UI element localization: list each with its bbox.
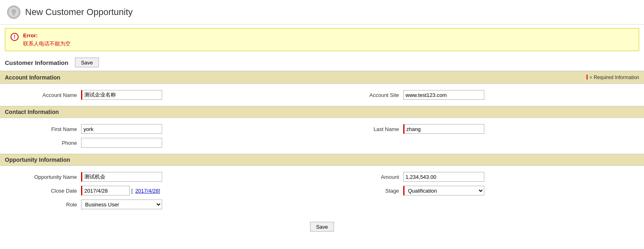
- name-row: First Name Last Name: [0, 122, 644, 136]
- opportunity-icon: [6, 5, 21, 19]
- role-label: Role: [0, 202, 81, 208]
- footer-save-area: Save: [0, 215, 644, 240]
- error-label: Error:: [23, 32, 38, 39]
- save-button-bottom[interactable]: Save: [310, 222, 334, 232]
- role-row: Role Business User Decision Maker Techni…: [0, 197, 644, 211]
- account-name-row: Account Name Account Site: [0, 88, 644, 102]
- error-message: 联系人电话不能为空: [23, 41, 71, 47]
- first-name-input[interactable]: [81, 124, 162, 134]
- customer-info-title: Customer Information: [5, 59, 68, 66]
- required-legend: I = Required Information: [586, 74, 639, 81]
- phone-row: Phone: [0, 136, 644, 150]
- svg-text:!: !: [14, 34, 15, 40]
- role-left: Role Business User Decision Maker Techni…: [0, 200, 322, 209]
- required-mark: I: [586, 74, 588, 81]
- close-date-label: Close Date: [0, 188, 81, 194]
- account-site-label: Account Site: [322, 92, 403, 98]
- account-name-left: Account Name: [0, 90, 322, 100]
- role-select[interactable]: Business User Decision Maker Technical B…: [81, 200, 162, 209]
- opportunity-info-form: Opportunity Name Amount Close Date [ 201…: [0, 166, 644, 215]
- close-date-left: Close Date [ 2017/4/28 ]: [0, 186, 322, 195]
- account-name-label: Account Name: [0, 92, 81, 98]
- error-text: Error: 联系人电话不能为空: [23, 32, 71, 47]
- stage-label: Stage: [322, 188, 403, 194]
- last-name-right: Last Name: [322, 124, 644, 134]
- account-info-form: Account Name Account Site: [0, 84, 644, 106]
- phone-left: Phone: [0, 138, 322, 148]
- required-legend-text: = Required Information: [590, 75, 639, 80]
- page-header: New Customer Opportunity: [0, 0, 644, 25]
- account-name-input[interactable]: [81, 90, 162, 100]
- stage-select[interactable]: Qualification Needs Analysis Value Propo…: [403, 186, 484, 195]
- customer-info-header: Customer Information Save: [0, 54, 644, 71]
- first-name-label: First Name: [0, 126, 81, 132]
- amount-input[interactable]: [403, 172, 484, 182]
- phone-input[interactable]: [81, 138, 162, 148]
- account-info-title: Account Information: [5, 74, 60, 81]
- svg-point-2: [11, 9, 16, 14]
- amount-right: Amount: [322, 172, 644, 182]
- close-date-row: Close Date [ 2017/4/28 ] Stage Qualifica…: [0, 184, 644, 197]
- opportunity-info-title: Opportunity Information: [5, 157, 70, 163]
- stage-right: Stage Qualification Needs Analysis Value…: [322, 186, 644, 195]
- first-name-left: First Name: [0, 124, 322, 134]
- close-date-link[interactable]: 2017/4/28: [135, 188, 159, 194]
- account-site-input[interactable]: [403, 90, 484, 100]
- last-name-label: Last Name: [322, 126, 403, 132]
- account-info-section-bar: Account Information I = Required Informa…: [0, 71, 644, 84]
- save-button-top[interactable]: Save: [75, 58, 99, 67]
- svg-rect-3: [13, 14, 15, 15]
- opportunity-info-section-bar: Opportunity Information: [0, 154, 644, 166]
- contact-info-section-bar: Contact Information: [0, 106, 644, 118]
- close-date-input[interactable]: [81, 186, 130, 195]
- contact-info-title: Contact Information: [5, 109, 59, 115]
- account-site-right: Account Site: [322, 90, 644, 100]
- opp-name-row: Opportunity Name Amount: [0, 170, 644, 184]
- error-banner: ! Error: 联系人电话不能为空: [5, 28, 639, 51]
- opportunity-name-input[interactable]: [81, 172, 162, 182]
- phone-label: Phone: [0, 140, 81, 146]
- opp-name-left: Opportunity Name: [0, 172, 322, 182]
- error-icon: !: [10, 32, 19, 41]
- amount-label: Amount: [322, 174, 403, 180]
- page-title: New Customer Opportunity: [25, 7, 133, 17]
- last-name-input[interactable]: [403, 124, 484, 134]
- contact-info-form: First Name Last Name Phone: [0, 118, 644, 154]
- opportunity-name-label: Opportunity Name: [0, 174, 81, 180]
